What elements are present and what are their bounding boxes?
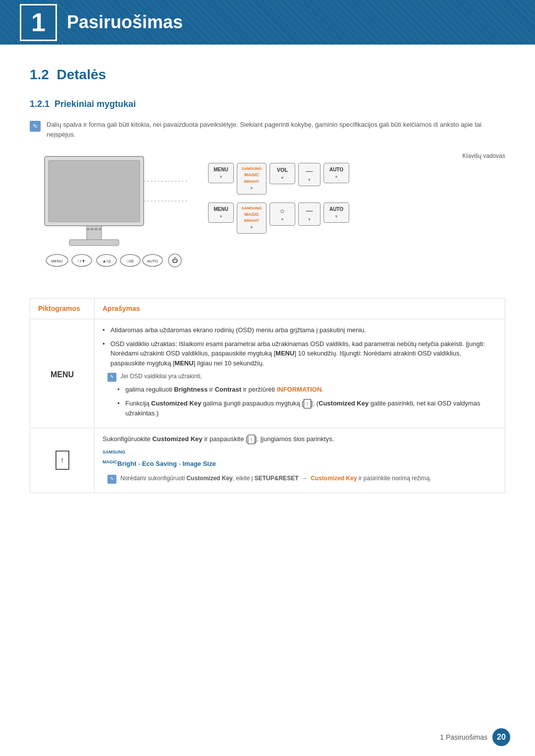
inner-note-icon-1 [107,373,116,382]
key-dash-1: — ▼ [298,163,321,186]
table-header-desc: Aprašymas [95,299,505,319]
customized-key-icon: ↑ [55,451,69,470]
note-text: Dalių spalva ir forma gali būti kitokia,… [47,120,505,139]
key-auto-2: AUTO ▼ [323,202,349,223]
key-samsung-bright-2: SAMSUNG MAGIC BRIGHT ▼ [237,202,267,234]
svg-text:□/▼: □/▼ [78,259,86,263]
inner-bullet-list: galima reguliuoti Brightness ir Contrast… [117,385,497,418]
bullet-item-2: OSD valdiklio užraktas: Išlaikomi esami … [103,339,497,368]
key-vol: VOL ▼ [269,163,295,184]
svg-rect-2 [87,226,102,241]
subsection-title: 1.2.1 Priekiniai mygtukai [30,98,505,111]
customized-key-options: SAMSUNGMAGICBright - Eco Saving - Image … [103,449,497,469]
inner-note-1: Jei OSD valdikliai yra užrakinti, [107,372,497,382]
svg-rect-6 [95,228,98,230]
table-row-customized-key: ↑ Sukonfigūruokite Customized Key ir pas… [30,428,505,493]
key-auto-1: AUTO ▼ [323,163,349,183]
inner-note-text-1: Jei OSD valdikliai yra užrakinti, [120,372,202,381]
header-bar: 1 Pasiruošimas [0,0,535,45]
svg-text:AUTO: AUTO [147,259,158,263]
info-table: Piktogramos Aprašymas MENU Atidaromas ar… [30,298,505,493]
bright-label: Bright [117,460,136,467]
svg-rect-1 [49,160,140,222]
footer-page-number: 20 [492,728,510,746]
section-title: 1.2 Detalės [30,64,505,85]
table-header-icons: Piktogramos [30,299,95,319]
svg-text:⏻: ⏻ [172,257,178,264]
menu-bullet-list: Atidaromas arba uždaromas ekrano rodinių… [103,325,497,368]
keys-guide-label: Klavišų vadovas [208,151,505,160]
svg-rect-3 [69,240,119,246]
menu-label: MENU [51,370,74,379]
key-menu-1: MENU ▼ [208,163,234,183]
main-content: 1.2 Detalės 1.2.1 Priekiniai mygtukai Da… [0,45,535,513]
footer-section-label: 1 Pasiruošimas [440,732,487,743]
key-brightness-icon: ☼ ▼ [269,202,295,226]
table-row-menu: MENU Atidaromas arba uždaromas ekrano ro… [30,319,505,428]
bullet-item-1: Atidaromas arba uždaromas ekrano rodinių… [103,325,497,335]
key-dash-2: — ▼ [298,202,321,226]
inner-bullet-2: Funkciją Customized Key galima įjungti p… [117,399,497,418]
inner-bullet-1: galima reguliuoti Brightness ir Contrast… [117,385,497,395]
customized-key-description-cell: Sukonfigūruokite Customized Key ir paspa… [95,428,505,493]
header-title: Pasiruošimas [67,9,183,36]
svg-text:MENU: MENU [51,259,63,263]
note-icon [30,121,41,132]
diagram-area: MENU □/▼ ▲/◎ □/⊟ AUTO ⏻ [30,151,505,283]
keys-guide: Klavišų vadovas MENU ▼ SAMSUNG MAGIC BRI… [208,151,505,234]
inner-note-text-2: Norėdami sukonfigūruoti Customized Key, … [120,474,431,483]
image-size-label: Image Size [182,460,215,467]
eco-saving-label: Eco Saving [142,460,177,467]
inner-note-icon-2 [107,475,116,484]
svg-rect-5 [91,228,94,230]
customized-key-icon-cell: ↑ [30,428,95,493]
svg-rect-7 [99,228,102,230]
note-box: Dalių spalva ir forma gali būti kitokia,… [30,120,505,139]
svg-text:▲/◎: ▲/◎ [102,259,110,263]
svg-rect-4 [87,228,90,230]
customized-key-desc-main: Sukonfigūruokite Customized Key ir paspa… [103,434,497,444]
inner-note-2: Norėdami sukonfigūruoti Customized Key, … [107,474,497,484]
chapter-number: 1 [20,4,57,41]
menu-description-cell: Atidaromas arba uždaromas ekrano rodinių… [95,319,505,428]
footer: 1 Pasiruošimas 20 [440,728,510,746]
monitor-illustration: MENU □/▼ ▲/◎ □/⊟ AUTO ⏻ [30,151,188,283]
key-samsung-bright-1: SAMSUNG MAGIC BRIGHT ▼ [237,163,267,195]
svg-text:□/⊟: □/⊟ [127,259,134,263]
menu-icon-cell: MENU [30,319,95,428]
key-menu-2: MENU ▼ [208,202,234,223]
